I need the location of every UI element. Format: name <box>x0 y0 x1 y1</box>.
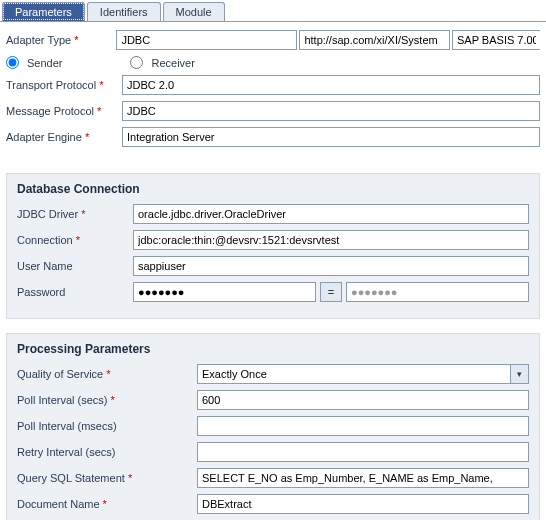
document-name-field[interactable] <box>197 494 529 514</box>
transport-protocol-field[interactable] <box>122 75 540 95</box>
receiver-radio-label: Receiver <box>151 57 194 69</box>
database-connection-title: Database Connection <box>17 182 529 196</box>
poll-sec-label: Poll Interval (secs) * <box>17 394 197 406</box>
password-field[interactable] <box>133 282 316 302</box>
top-form: Adapter Type * Sender Receiver Transport… <box>0 22 546 163</box>
jdbc-driver-label: JDBC Driver * <box>17 208 133 220</box>
jdbc-driver-field[interactable] <box>133 204 529 224</box>
qos-label: Quality of Service * <box>17 368 197 380</box>
adapter-basis-field[interactable] <box>452 30 540 50</box>
receiver-radio[interactable] <box>130 56 143 69</box>
tab-module[interactable]: Module <box>163 2 225 21</box>
query-sql-field[interactable] <box>197 468 529 488</box>
qos-select[interactable]: ▾ <box>197 364 529 384</box>
connection-field[interactable] <box>133 230 529 250</box>
processing-parameters-title: Processing Parameters <box>17 342 529 356</box>
password-confirm-field[interactable] <box>346 282 529 302</box>
message-protocol-label: Message Protocol * <box>6 105 122 117</box>
document-name-label: Document Name * <box>17 498 197 510</box>
poll-ms-label: Poll Interval (msecs) <box>17 420 197 432</box>
adapter-url-field[interactable] <box>299 30 450 50</box>
adapter-type-label: Adapter Type * <box>6 34 116 46</box>
tab-parameters[interactable]: Parameters <box>2 2 85 21</box>
password-label: Password <box>17 286 133 298</box>
tab-identifiers[interactable]: Identifiers <box>87 2 161 21</box>
username-label: User Name <box>17 260 133 272</box>
adapter-engine-field[interactable] <box>122 127 540 147</box>
sender-radio[interactable] <box>6 56 19 69</box>
password-compare-button[interactable]: = <box>320 282 342 302</box>
message-protocol-field[interactable] <box>122 101 540 121</box>
username-field[interactable] <box>133 256 529 276</box>
dropdown-icon: ▾ <box>510 365 528 383</box>
tab-bar: Parameters Identifiers Module <box>0 0 546 22</box>
qos-value[interactable] <box>197 364 529 384</box>
query-sql-label: Query SQL Statement * <box>17 472 197 484</box>
poll-ms-field[interactable] <box>197 416 529 436</box>
poll-sec-field[interactable] <box>197 390 529 410</box>
connection-label: Connection * <box>17 234 133 246</box>
direction-radio-group: Sender Receiver <box>6 56 540 69</box>
adapter-type-field[interactable] <box>116 30 297 50</box>
retry-field[interactable] <box>197 442 529 462</box>
equals-icon: = <box>328 286 334 298</box>
retry-label: Retry Interval (secs) <box>17 446 197 458</box>
database-connection-section: Database Connection JDBC Driver * Connec… <box>6 173 540 319</box>
transport-protocol-label: Transport Protocol * <box>6 79 122 91</box>
sender-radio-label: Sender <box>27 57 62 69</box>
adapter-engine-label: Adapter Engine * <box>6 131 122 143</box>
processing-parameters-section: Processing Parameters Quality of Service… <box>6 333 540 520</box>
